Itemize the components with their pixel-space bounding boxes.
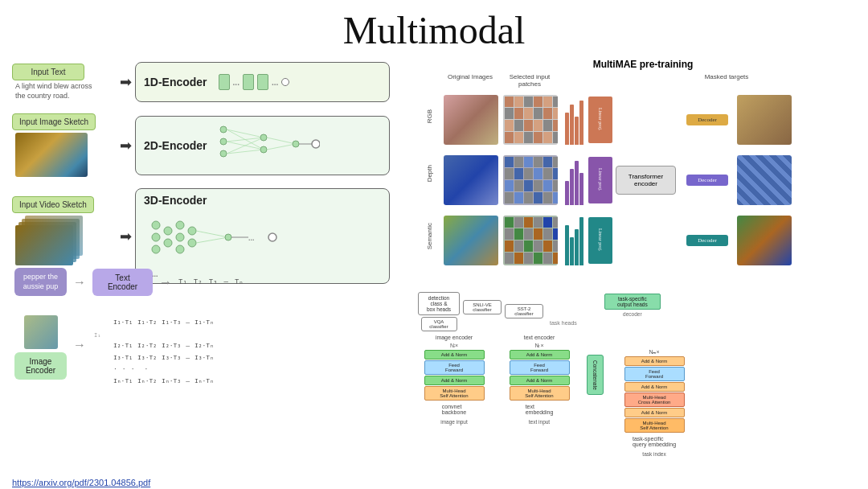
svg-line-12 [267,144,296,150]
task-specific-output: task-specificoutput heads [604,294,661,310]
input-video-label: Input Video Sketch [12,196,94,213]
encoder-2d-box: 2D-Encoder [135,116,390,175]
svg-point-9 [260,134,267,141]
svg-line-26 [196,231,228,237]
encoder-2d-label: 2D-Encoder [144,139,207,152]
svg-point-1 [220,138,227,145]
task-heads-label: task heads [550,320,577,326]
multimae-title: MultiMAE pre-training [426,59,860,70]
mm-add-norm-1: Add & Norm [624,356,685,366]
svg-point-13 [293,141,299,147]
linear-proj-depth: Linear proj. [588,157,612,203]
encoder-1d-label: 1D-Encoder [144,76,207,88]
task-head-sst: SST-2classifier [505,304,543,318]
semantic-label: Semantic [426,223,440,249]
svg-point-28 [225,234,231,240]
image-encoder-label-flava: image encoder [436,335,473,340]
svg-line-6 [227,129,264,150]
convnet-label: convnetbackbone [442,404,466,415]
svg-point-21 [176,221,184,229]
svg-point-0 [220,126,227,133]
linear-proj-rgb: Linear proj. [588,97,612,143]
img-multihead-self: Multi-HeadSelf Attention [424,386,485,401]
decoder-depth: Decoder [686,175,728,186]
original-semantic-img [444,216,498,265]
svg-point-10 [260,146,267,153]
task-index-label: task index [642,451,665,457]
svg-point-18 [152,245,160,253]
task-head-detection: detectionclass &box heads [418,292,460,315]
input-text-label: Input Text [12,64,84,80]
decoder-semantic: Decoder [686,235,728,246]
arxiv-link[interactable]: https://arxiv.org/pdf/2301.04856.pdf [12,478,150,487]
svg-point-25 [188,239,196,247]
patches-depth [503,155,558,205]
image-input-label: image input [440,419,468,425]
svg-point-22 [176,233,184,241]
text-emb-label: textembedding [526,404,554,415]
svg-text:...: ... [248,234,255,242]
arrow-1d: ➡ [120,73,132,91]
multimae-section: MultiMAE pre-training Original Images Se… [426,59,860,284]
svg-line-27 [196,237,228,243]
svg-line-7 [227,142,264,150]
nm-label: Nₘ× [649,349,659,355]
task-head-vqa: VQAclassifier [421,317,457,331]
img-feed-fwd: FeedForward [424,360,485,375]
img-add-norm-2: Add & Norm [424,376,485,385]
left-panel: Input Text A light wind blew acrossthe c… [8,59,402,489]
depth-label: Depth [426,165,440,182]
txt-add-norm-1: Add & Norm [510,350,570,360]
svg-point-17 [152,233,160,241]
img-add-norm-1: Add & Norm [424,350,485,360]
svg-line-8 [227,150,264,154]
ni-label: Nᵢ× [450,343,458,349]
svg-point-15 [312,140,320,148]
task-head-snli: SNLI-VEclassifier [463,300,502,314]
svg-point-31 [268,233,276,241]
task-query-label: task-specificquery embedding [633,436,676,447]
mm-multihead-self: Multi-HeadSelf Attention [624,418,685,433]
svg-point-20 [164,239,172,247]
nt-label: Nₜ× [534,343,543,349]
mm-add-norm-3: Add & Norm [624,408,685,417]
target-semantic [737,216,792,265]
input-text-subtext: A light wind blew acrossthe country road… [15,82,92,101]
bottom-encoder-section: pepper the aussie pup → Text Encoder → T… [8,264,402,489]
mm-multihead-cross: Multi-HeadCross Attention [624,392,685,407]
text-encoder-label-flava: text encoder [524,335,555,340]
arrow-3d: ➡ [120,228,132,245]
transformer-encoder-box: Transformerencoder [616,166,676,195]
mm-feed-fwd: FeedForward [624,367,685,381]
svg-line-11 [267,138,296,144]
svg-point-2 [220,150,227,157]
page-title: Multimodal [0,0,868,52]
target-rgb [737,95,792,145]
txt-multihead-self: Multi-HeadSelf Attention [510,386,570,401]
svg-line-3 [227,129,264,138]
input-image-label: Input Image Sketch [12,113,96,130]
rgb-label: RGB [426,109,440,123]
txt-add-norm-2: Add & Norm [510,376,570,385]
target-depth [737,155,792,205]
decoder-rgb: Decoder [686,114,728,125]
svg-point-24 [188,227,196,235]
text-encoder-box: Text Encoder [92,269,153,296]
svg-point-16 [152,221,160,229]
txt-feed-fwd: FeedForward [510,360,570,375]
linear-proj-semantic: Linear proj. [588,217,612,264]
original-rgb-img [444,95,498,145]
encoder-3d-label: 3D-Encoder [144,194,207,207]
encoder-1d-box: 1D-Encoder ... ... [135,62,390,102]
image-encoder-box: Image Encoder [14,352,67,380]
decoder-label-right: decoder [623,311,642,317]
mm-add-norm-2: Add & Norm [624,382,685,392]
svg-point-19 [164,227,172,235]
patches-rgb [503,95,558,145]
flava-section: detectionclass &box heads VQAclassifier … [418,292,860,489]
pepper-label: pepper the aussie pup [14,268,67,296]
concatenate-box: Concatenate [587,355,604,395]
patches-semantic [503,216,558,265]
right-panel: MultiMAE pre-training Original Images Se… [410,59,860,489]
svg-point-23 [176,245,184,253]
